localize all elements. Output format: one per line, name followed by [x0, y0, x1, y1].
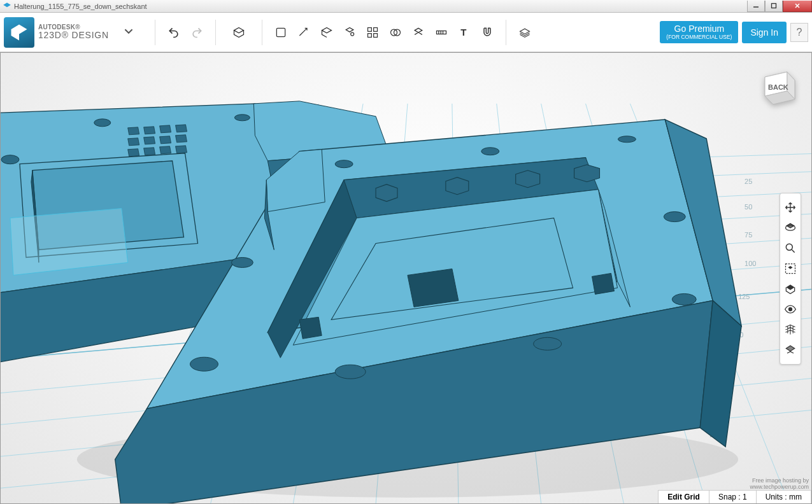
grid-tick: 100 — [744, 260, 756, 267]
status-bar: Edit Grid Snap : 1 Units : mm — [658, 490, 811, 503]
titlebar: Halterung_1155_775_se_down_sechskant — [0, 0, 812, 13]
materials-group — [516, 24, 533, 41]
svg-point-56 — [335, 160, 353, 168]
svg-marker-26 — [144, 137, 155, 144]
sign-in-button[interactable]: Sign In — [742, 22, 787, 43]
svg-point-72 — [789, 308, 792, 311]
edit-grid-label: Edit Grid — [667, 493, 700, 501]
primitives-button[interactable] — [226, 24, 252, 41]
toolbar: AUTODESK® 123D® DESIGN — [0, 13, 812, 52]
magnet-button[interactable] — [479, 24, 495, 41]
close-button[interactable] — [783, 1, 812, 12]
svg-point-59 — [664, 212, 685, 222]
grid-toggle-button[interactable] — [781, 319, 799, 340]
divider — [215, 20, 216, 45]
svg-rect-2 — [276, 28, 285, 36]
materials-button[interactable] — [516, 24, 533, 41]
combine-button[interactable] — [387, 24, 404, 41]
logo-text: AUTODESK® 123D® DESIGN — [38, 24, 109, 40]
svg-marker-49 — [408, 269, 459, 307]
svg-marker-54 — [299, 317, 322, 339]
svg-point-64 — [231, 257, 253, 267]
visibility-button[interactable] — [781, 299, 799, 319]
svg-marker-53 — [574, 165, 600, 182]
svg-point-33 — [94, 119, 111, 127]
tools-group: T — [273, 24, 495, 41]
product-label: 123D® DESIGN — [38, 31, 109, 40]
grouping-button[interactable] — [364, 24, 381, 41]
fit-button[interactable] — [781, 258, 799, 279]
zoom-button[interactable] — [781, 238, 799, 258]
maximize-button[interactable] — [765, 1, 783, 12]
svg-marker-30 — [144, 148, 155, 155]
svg-point-61 — [534, 337, 562, 350]
svg-marker-50 — [376, 185, 397, 202]
snap-button[interactable] — [410, 24, 427, 41]
svg-rect-4 — [367, 27, 371, 31]
credit-l2: www.techpowerup.com — [750, 484, 809, 491]
svg-point-58 — [618, 136, 636, 143]
viewport[interactable]: 25 50 75 100 125 150 175 200 — [0, 52, 812, 504]
help-label: ? — [797, 27, 802, 38]
svg-rect-7 — [374, 33, 378, 37]
snap-label: Snap : 1 — [718, 493, 747, 501]
svg-point-3 — [351, 32, 354, 36]
undo-button[interactable] — [166, 24, 182, 41]
units-display[interactable]: Units : mm — [756, 490, 811, 503]
divider — [155, 20, 155, 45]
construct-button[interactable] — [296, 24, 312, 41]
window-title: Halterung_1155_775_se_down_sechskant — [14, 3, 147, 10]
svg-marker-29 — [128, 149, 139, 157]
shaded-button[interactable] — [781, 279, 799, 299]
navigation-bar — [780, 193, 801, 365]
redo-button[interactable] — [189, 24, 205, 41]
app-logo[interactable]: AUTODESK® 123D® DESIGN — [4, 17, 133, 48]
modify-button[interactable] — [318, 24, 335, 41]
svg-point-63 — [190, 357, 218, 371]
viewcube[interactable]: BACK — [755, 64, 800, 109]
scene: 25 50 75 100 125 150 175 200 — [1, 53, 811, 504]
snap-toggle-button[interactable] — [781, 340, 799, 360]
text-button[interactable]: T — [456, 24, 473, 41]
premium-sub: (FOR COMMERCIAL USE) — [666, 34, 732, 40]
snap-display[interactable]: Snap : 1 — [709, 490, 756, 503]
go-premium-button[interactable]: Go Premium (FOR COMMERCIAL USE) — [660, 21, 738, 43]
signin-label: Sign In — [750, 27, 778, 38]
svg-marker-22 — [144, 127, 155, 134]
logo-icon — [4, 17, 34, 48]
pattern-button[interactable] — [341, 24, 358, 41]
grid-tick: 75 — [744, 231, 752, 239]
svg-point-60 — [672, 293, 696, 305]
app-icon — [3, 2, 11, 11]
svg-marker-21 — [128, 127, 139, 135]
help-button[interactable]: ? — [790, 23, 808, 42]
history-group — [166, 24, 205, 41]
svg-marker-32 — [176, 146, 187, 153]
grid-tick: 125 — [738, 293, 750, 300]
svg-text:T: T — [460, 27, 466, 38]
svg-marker-51 — [446, 178, 469, 195]
svg-point-62 — [335, 365, 366, 379]
svg-marker-24 — [176, 125, 187, 132]
svg-point-35 — [234, 115, 250, 121]
measure-button[interactable] — [433, 24, 450, 41]
svg-rect-10 — [436, 31, 446, 34]
svg-marker-25 — [128, 138, 139, 146]
minimize-button[interactable] — [747, 1, 765, 12]
svg-marker-52 — [516, 171, 540, 188]
main-menu-caret-icon[interactable] — [124, 27, 133, 38]
orbit-button[interactable] — [781, 218, 799, 238]
svg-marker-27 — [160, 136, 171, 144]
svg-marker-28 — [176, 135, 187, 143]
svg-rect-1 — [772, 4, 776, 8]
sketch-button[interactable] — [273, 24, 289, 41]
svg-point-34 — [1, 155, 19, 164]
divider — [506, 20, 506, 45]
svg-point-57 — [481, 148, 499, 155]
viewcube-face-label: BACK — [768, 83, 788, 91]
edit-grid-button[interactable]: Edit Grid — [658, 490, 709, 503]
svg-marker-23 — [160, 125, 171, 133]
transform-group — [226, 24, 252, 41]
pan-button[interactable] — [781, 197, 799, 218]
grid-tick: 50 — [744, 203, 752, 211]
